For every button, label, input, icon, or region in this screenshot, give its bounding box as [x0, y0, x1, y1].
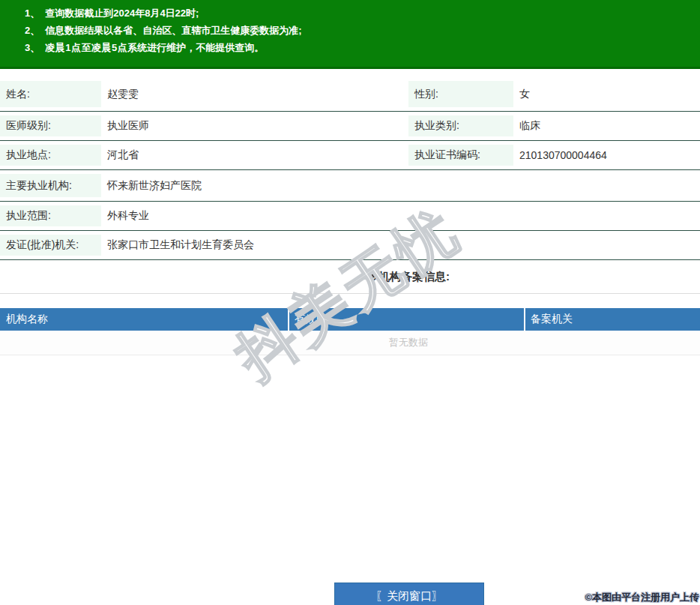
page: 1、查询数据截止到2024年8月4日22时; 2、信息数据结果以各省、自治区、直…	[0, 0, 700, 605]
column-header-institution-name: 机构名称	[0, 308, 289, 331]
notice-line: 2、信息数据结果以各省、自治区、直辖市卫生健康委数据为准;	[0, 22, 700, 39]
notice-number: 3、	[25, 42, 40, 53]
table-row: 姓名: 赵雯雯 性别: 女	[0, 77, 700, 112]
practitioner-info-table: 姓名: 赵雯雯 性别: 女 医师级别: 执业医师 执业类别: 临床 执业地点: …	[0, 77, 700, 294]
field-value-main-institution: 怀来新世济妇产医院	[101, 170, 700, 201]
field-label-practice-category: 执业类别:	[408, 115, 513, 136]
table-row: 发证(批准)机关: 张家口市卫生和计划生育委员会	[0, 231, 700, 260]
notice-line: 1、查询数据截止到2024年8月4日22时;	[0, 4, 700, 22]
empty-data-placeholder: 暂无数据	[0, 331, 700, 355]
field-label-main-institution: 主要执业机构:	[0, 174, 101, 197]
document: 1、查询数据截止到2024年8月4日22时; 2、信息数据结果以各省、自治区、直…	[0, 0, 700, 605]
table-row: 医师级别: 执业医师 执业类别: 临床	[0, 112, 700, 141]
field-label-doctor-level: 医师级别:	[0, 115, 101, 136]
field-value-practice-scope: 外科专业	[101, 202, 700, 230]
copyright-stamp: ©本图由平台注册用户上传	[585, 591, 699, 604]
column-header-filing-authority: 备案机关	[525, 308, 700, 331]
field-value-gender: 女	[513, 77, 700, 111]
table-row: 执业范围: 外科专业	[0, 202, 700, 231]
field-value-practice-location: 河北省	[101, 141, 408, 169]
field-label-issuing-authority: 发证(批准)机关:	[0, 235, 101, 256]
notice-number: 2、	[25, 25, 40, 36]
notice-text: 系统进行维护，不能提供查询。	[127, 42, 264, 53]
table-row: 主要执业机构: 怀来新世济妇产医院	[0, 170, 700, 202]
table-row: 执业地点: 河北省 执业证书编码: 210130700004464	[0, 141, 700, 170]
field-label-certificate-number: 执业证书编码:	[408, 145, 513, 166]
notice-text: 查询数据截止到2024年8月4日22时;	[45, 7, 199, 19]
field-label-gender: 性别:	[408, 81, 513, 107]
field-value-doctor-level: 执业医师	[101, 112, 408, 140]
field-value-issuing-authority: 张家口市卫生和计划生育委员会	[101, 231, 700, 259]
field-value-name: 赵雯雯	[101, 77, 408, 111]
field-value-practice-category: 临床	[513, 112, 700, 140]
field-label-practice-scope: 执业范围:	[0, 205, 101, 226]
notice-number: 1、	[25, 7, 40, 19]
field-label-name: 姓名:	[0, 81, 101, 107]
filing-table: 机构名称 有效期 备案机关 暂无数据	[0, 308, 700, 355]
notice-line: 3、凌晨1点至凌晨5点系统进行维护，不能提供查询。	[0, 39, 700, 56]
close-window-button[interactable]: 〖关闭窗口〗	[334, 583, 484, 605]
field-value-certificate-number: 210130700004464	[513, 141, 700, 169]
section-title-multi-institution-filing: 多机构备案信息:	[0, 260, 700, 294]
field-label-practice-location: 执业地点:	[0, 145, 101, 166]
notice-text: 信息数据结果以各省、自治区、直辖市卫生健康委数据为准;	[45, 25, 301, 36]
filing-table-header-row: 机构名称 有效期 备案机关	[0, 308, 700, 331]
column-header-validity-period: 有效期	[289, 308, 525, 331]
notice-banner: 1、查询数据截止到2024年8月4日22时; 2、信息数据结果以各省、自治区、直…	[0, 0, 700, 69]
notice-bold-text: 凌晨1点至凌晨5点	[45, 42, 127, 53]
